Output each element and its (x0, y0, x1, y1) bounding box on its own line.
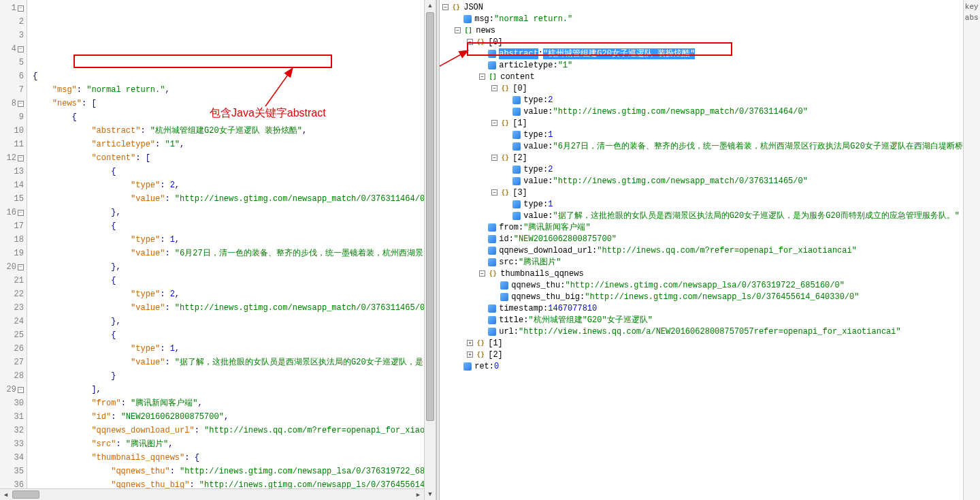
collapse-toggle-icon[interactable] (467, 39, 473, 45)
tree-row[interactable]: title : "杭州城管组建"G20"女子巡逻队" (440, 314, 963, 326)
collapse-toggle-icon[interactable] (479, 270, 485, 277)
tree-row[interactable]: articletype : "1" (440, 59, 963, 71)
code-line[interactable]: "type": 1, (33, 342, 424, 356)
code-line[interactable]: { (33, 219, 424, 233)
scroll-up-icon[interactable]: ▲ (425, 0, 436, 12)
fold-toggle-icon[interactable] (18, 387, 24, 393)
scroll-thumb-v[interactable] (426, 12, 434, 421)
code-line[interactable]: "src": "腾讯图片", (33, 437, 424, 451)
tree-row[interactable]: [0] (440, 36, 963, 48)
tree-row[interactable]: timestamp : 1467077810 (440, 302, 963, 314)
code-line[interactable]: "value": "据了解，这批抢眼的女队员是西湖景区执法局的G20女子巡逻队，… (33, 356, 424, 369)
tree-row[interactable]: news (440, 25, 963, 36)
code-line[interactable]: "value": "http://inews.gtimg.com/newsapp… (33, 192, 424, 206)
right-side-panel: key abs (963, 0, 980, 500)
code-line[interactable]: { (33, 274, 424, 287)
tree-row[interactable]: src : "腾讯图片" (440, 256, 963, 268)
tree-row[interactable]: content (440, 71, 963, 82)
code-line[interactable]: { (33, 110, 424, 124)
code-line[interactable]: "qqnews_download_url": "http://inews.qq.… (33, 424, 424, 437)
collapse-toggle-icon[interactable] (491, 189, 497, 196)
object-icon (451, 3, 461, 12)
scroll-down-icon[interactable]: ▼ (425, 488, 436, 500)
code-line[interactable]: "msg": "normal return.", (33, 83, 424, 97)
tree-row[interactable]: value : "6月27日，清一色的装备、整齐的步伐，统一墨镜着装，杭州西湖景… (440, 140, 963, 152)
code-line[interactable]: "abstract": "杭州城管组建G20女子巡逻队 装扮炫酷", (33, 124, 424, 138)
fold-toggle-icon[interactable] (18, 5, 24, 12)
tree-row[interactable]: value : "http://inews.gtimg.com/newsapp_… (440, 175, 963, 187)
tree-row[interactable]: type : 2 (440, 94, 963, 106)
code-line[interactable]: { (33, 165, 424, 178)
tree-row[interactable]: from : "腾讯新闻客户端" (440, 221, 963, 233)
fold-toggle-icon[interactable] (18, 155, 24, 161)
tree-row[interactable]: [2] (440, 152, 963, 163)
code-line[interactable]: "value": "6月27日，清一色的装备、整齐的步伐，统一墨镜着装，杭州西湖… (33, 247, 424, 260)
gutter-line: 27 (0, 356, 24, 369)
code-line[interactable]: { (33, 69, 424, 83)
tree-row[interactable]: [1] (440, 117, 963, 129)
expand-toggle-icon[interactable] (467, 340, 473, 346)
code-line[interactable]: } (33, 369, 424, 383)
expand-toggle-icon[interactable] (467, 351, 473, 358)
code-line[interactable]: }, (33, 315, 424, 328)
gutter-line: 25 (0, 328, 24, 342)
code-line[interactable]: "news": [ (33, 97, 424, 110)
tree-row[interactable]: thumbnails_qqnews (440, 268, 963, 279)
tree-row[interactable]: type : 1 (440, 129, 963, 140)
fold-toggle-icon[interactable] (18, 264, 24, 270)
json-tree[interactable]: JSONmsg : "normal return."news[0]abstrac… (440, 0, 963, 500)
tree-row[interactable]: JSON (440, 1, 963, 13)
code-line[interactable]: "from": "腾讯新闻客户端", (33, 396, 424, 410)
code-line[interactable]: ], (33, 383, 424, 396)
code-line[interactable]: "qqnews_thu": "http://inews.gtimg.com/ne… (33, 465, 424, 478)
tree-row[interactable]: [1] (440, 337, 963, 349)
gutter-line: 15 (0, 192, 24, 206)
code-line[interactable]: "type": 2, (33, 178, 424, 192)
code-line[interactable]: "articletype": "1", (33, 138, 424, 151)
code-line[interactable]: { (33, 328, 424, 342)
code-line[interactable]: "type": 1, (33, 233, 424, 247)
code-line[interactable]: "type": 2, (33, 287, 424, 301)
code-line[interactable]: }, (33, 260, 424, 274)
fold-toggle-icon[interactable] (18, 210, 24, 216)
tree-row[interactable]: [0] (440, 82, 963, 94)
tree-row[interactable]: id : "NEW2016062800875700" (440, 233, 963, 245)
tree-row[interactable]: abstract : "杭州城管组建G20女子巡逻队 装扮炫酷" (440, 48, 963, 59)
horizontal-scrollbar-left[interactable]: ◀ ▶ (0, 488, 424, 500)
object-icon (500, 188, 510, 198)
line-number: 31 (14, 410, 24, 424)
tree-row[interactable]: qqnews_thu : "http://inews.gtimg.com/new… (440, 279, 963, 291)
code-line[interactable]: "thumbnails_qqnews": { (33, 451, 424, 465)
collapse-toggle-icon[interactable] (442, 4, 448, 10)
tree-row[interactable]: value : "据了解，这批抢眼的女队员是西湖景区执法局的G20女子巡逻队，是… (440, 210, 963, 221)
scroll-left-icon[interactable]: ◀ (0, 489, 12, 500)
tree-row[interactable]: msg : "normal return." (440, 13, 963, 25)
vertical-scrollbar-left[interactable]: ▲ ▼ (424, 0, 436, 500)
scroll-thumb-h[interactable] (12, 490, 39, 499)
tree-row[interactable]: type : 1 (440, 198, 963, 210)
object-icon (500, 84, 510, 93)
tree-row[interactable]: [3] (440, 187, 963, 198)
code-line[interactable]: "content": [ (33, 151, 424, 165)
line-number: 32 (14, 424, 24, 437)
code-line[interactable]: }, (33, 206, 424, 219)
tree-row[interactable]: url : "http://view.inews.qq.com/a/NEW201… (440, 326, 963, 337)
fold-toggle-icon[interactable] (18, 46, 24, 52)
tree-row[interactable]: qqnews_download_url : "http://inews.qq.c… (440, 245, 963, 256)
tree-row[interactable]: ret : 0 (440, 360, 963, 372)
line-number: 3 (19, 29, 24, 42)
fold-toggle-icon[interactable] (18, 101, 24, 107)
collapse-toggle-icon[interactable] (491, 85, 497, 91)
tree-row[interactable]: type : 2 (440, 163, 963, 175)
tree-row[interactable]: value : "http://inews.gtimg.com/newsapp_… (440, 106, 963, 117)
code-text-area[interactable]: 包含Java关键字abstract { "msg": "normal retur… (27, 0, 424, 500)
collapse-toggle-icon[interactable] (479, 74, 485, 80)
collapse-toggle-icon[interactable] (491, 120, 497, 126)
code-line[interactable]: "id": "NEW2016062800875700", (33, 410, 424, 424)
collapse-toggle-icon[interactable] (491, 155, 497, 161)
code-line[interactable]: "value": "http://inews.gtimg.com/newsapp… (33, 301, 424, 315)
scroll-right-icon[interactable]: ▶ (412, 489, 424, 500)
tree-row[interactable]: qqnews_thu_big : "http://inews.gtimg.com… (440, 291, 963, 302)
collapse-toggle-icon[interactable] (455, 27, 461, 33)
tree-row[interactable]: [2] (440, 349, 963, 360)
